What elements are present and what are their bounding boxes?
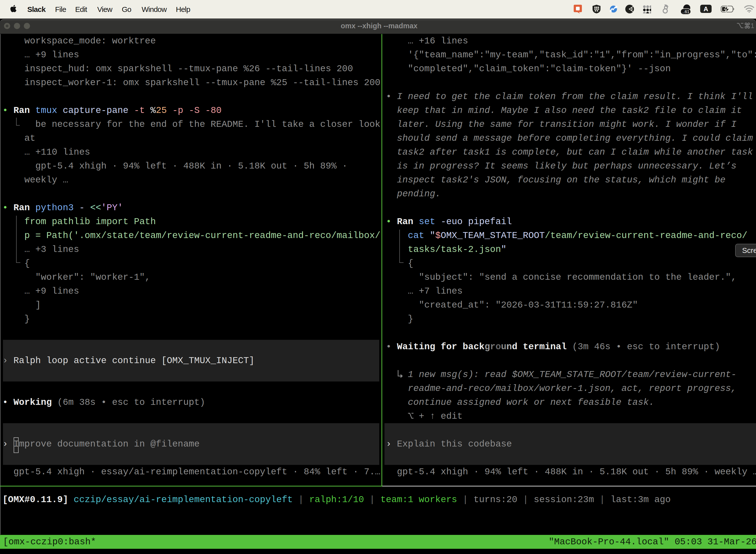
svg-text:1: 1 — [751, 22, 754, 29]
svg-text:..61: ..61 — [682, 9, 689, 14]
